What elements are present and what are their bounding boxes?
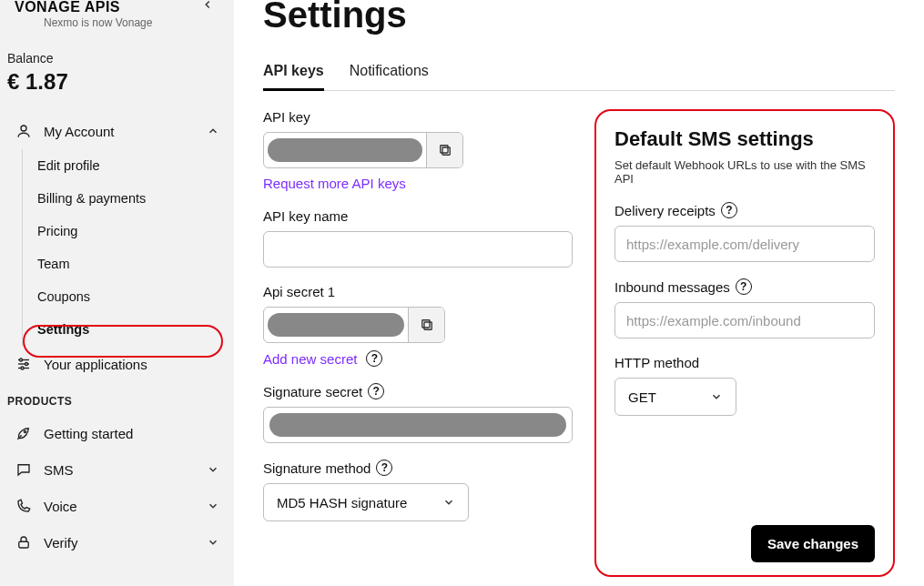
delivery-receipts-input[interactable] [614,226,875,262]
rocket-icon [15,424,33,442]
save-changes-button[interactable]: Save changes [751,525,875,562]
products-section-label: Products [7,382,227,415]
sms-settings-title: Default SMS settings [614,127,875,151]
nav-coupons[interactable]: Coupons [26,280,227,313]
inbound-messages-input[interactable] [614,302,875,338]
signature-method-select[interactable]: MD5 HASH signature [263,483,469,521]
nav-getting-started-label: Getting started [44,426,133,441]
copy-icon [419,317,435,333]
chevron-down-icon [442,496,455,509]
nav-edit-profile[interactable]: Edit profile [26,149,227,182]
brand-name: VONAGE APIS [15,0,219,15]
nav-your-apps-label: Your applications [44,357,147,372]
nav-billing-label: Billing & payments [37,191,146,206]
copy-api-key-button[interactable] [426,133,462,167]
svg-point-4 [20,359,23,361]
nav-sms[interactable]: SMS [7,451,227,488]
api-key-name-input[interactable] [263,231,573,268]
help-icon[interactable]: ? [366,350,382,367]
balance-value: € 1.87 [7,69,219,95]
help-icon[interactable]: ? [376,460,392,476]
svg-point-5 [25,363,28,366]
nav-settings[interactable]: Settings [26,313,227,346]
api-secret-field [263,307,445,343]
default-sms-settings-card: Default SMS settings Set default Webhook… [594,109,895,577]
main-content: Settings API keys Notifications API key … [234,0,924,586]
request-more-api-keys-link[interactable]: Request more API keys [263,176,406,191]
nav-my-account-label: My Account [44,124,115,139]
delivery-receipts-label: Delivery receipts [614,203,716,218]
signature-secret-field [263,407,573,443]
nav-my-account-sub: Edit profile Billing & payments Pricing … [22,149,227,346]
api-settings-column: API key Request more API keys API key na… [263,109,573,538]
chevron-down-icon [710,390,723,403]
nav-pricing-label: Pricing [37,224,77,238]
signature-secret-masked-value [269,413,566,437]
chevron-down-icon [207,536,219,549]
page-title: Settings [263,0,895,35]
nav-voice-label: Voice [44,499,77,514]
nav-billing[interactable]: Billing & payments [26,182,227,215]
sidebar: VONAGE APIS Nexmo is now Vonage Balance … [0,0,234,586]
signature-method-value: MD5 HASH signature [277,495,407,510]
api-key-label: API key [263,109,573,125]
api-key-field [263,132,463,168]
nav-sms-label: SMS [44,462,74,478]
signature-method-label-text: Signature method [263,460,371,476]
collapse-sidebar-icon[interactable] [201,0,214,11]
svg-rect-10 [440,146,447,153]
nav-coupons-label: Coupons [37,289,90,304]
svg-rect-9 [442,147,450,155]
svg-point-0 [21,126,26,131]
svg-rect-12 [421,320,429,328]
sliders-icon [15,355,33,373]
balance-block: Balance € 1.87 [7,33,227,106]
lock-icon [15,533,33,551]
tab-notifications[interactable]: Notifications [350,54,429,90]
api-secret-masked-value [264,308,408,342]
help-icon[interactable]: ? [368,383,384,399]
signature-method-label: Signature method ? [263,460,573,476]
http-method-value: GET [628,389,656,405]
nav-getting-started[interactable]: Getting started [7,415,227,451]
http-method-label: HTTP method [614,355,875,370]
sidebar-nav: My Account Edit profile Billing & paymen… [7,113,227,561]
api-key-masked-value [264,133,426,167]
phone-icon [15,497,33,515]
tabs: API keys Notifications [263,54,895,91]
nav-your-apps[interactable]: Your applications [7,346,227,382]
sms-settings-column: Default SMS settings Set default Webhook… [594,109,895,577]
svg-rect-8 [19,541,29,548]
user-icon [15,122,33,140]
nav-edit-profile-label: Edit profile [37,158,100,173]
message-icon [15,460,33,479]
chevron-down-icon [207,463,219,476]
sms-settings-subtitle: Set default Webhook URLs to use with the… [614,158,875,186]
nav-verify[interactable]: Verify [7,524,227,561]
copy-api-secret-button[interactable] [408,308,444,342]
help-icon[interactable]: ? [721,202,737,218]
api-key-name-label: API key name [263,208,573,224]
inbound-messages-label: Inbound messages [614,279,730,295]
http-method-select[interactable]: GET [614,378,736,416]
nav-team[interactable]: Team [26,248,227,280]
help-icon[interactable]: ? [736,278,752,295]
nav-team-label: Team [37,257,69,271]
balance-label: Balance [7,51,219,66]
api-secret-label: Api secret 1 [263,284,573,299]
nav-pricing[interactable]: Pricing [26,215,227,248]
copy-icon [437,142,453,158]
tab-api-keys[interactable]: API keys [263,54,324,90]
nav-voice[interactable]: Voice [7,488,227,524]
nav-my-account[interactable]: My Account [7,113,227,149]
add-new-secret-link[interactable]: Add new secret [263,351,357,367]
signature-secret-label: Signature secret ? [263,383,573,399]
brand-tagline: Nexmo is now Vonage [44,16,152,29]
svg-point-7 [24,430,25,432]
sidebar-header: VONAGE APIS Nexmo is now Vonage [7,0,227,33]
svg-point-6 [21,367,24,369]
signature-secret-label-text: Signature secret [263,384,362,399]
chevron-up-icon [207,125,219,137]
nav-verify-label: Verify [44,535,78,551]
nav-settings-label: Settings [37,322,89,337]
